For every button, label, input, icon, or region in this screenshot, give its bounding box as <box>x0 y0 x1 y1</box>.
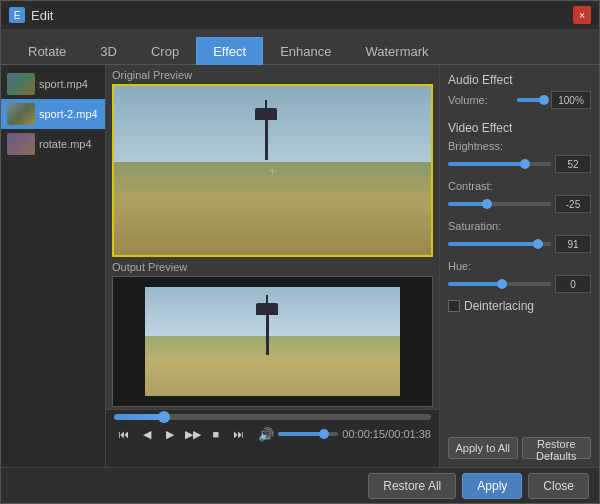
time-total: 00:01:38 <box>388 428 431 440</box>
time-display: 00:00:15/00:01:38 <box>342 428 431 440</box>
contrast-row <box>448 195 591 213</box>
saturation-thumb[interactable] <box>533 239 543 249</box>
brightness-thumb[interactable] <box>520 159 530 169</box>
contrast-value-input[interactable] <box>555 195 591 213</box>
volume-slider[interactable] <box>278 432 338 436</box>
tab-watermark[interactable]: Watermark <box>348 37 445 65</box>
contrast-fill <box>448 202 484 206</box>
skip-end-button[interactable]: ⏭ <box>229 424 248 444</box>
original-video-frame: + <box>114 86 431 255</box>
audio-effect-title: Audio Effect <box>448 73 591 87</box>
restore-all-button[interactable]: Restore All <box>368 473 456 499</box>
apply-button[interactable]: Apply <box>462 473 522 499</box>
file-thumb-sport2 <box>7 103 35 125</box>
volume-icon: 🔊 <box>258 427 274 442</box>
tower-base <box>265 120 268 160</box>
close-button[interactable]: Close <box>528 473 589 499</box>
file-item-rotate[interactable]: rotate.mp4 <box>1 129 105 159</box>
volume-slider-thumb[interactable] <box>539 95 549 105</box>
seek-bar-container <box>114 414 431 420</box>
seek-bar[interactable] <box>114 414 431 420</box>
hue-row <box>448 275 591 293</box>
apply-to-all-button[interactable]: Apply to All <box>448 437 518 459</box>
main-content: sport.mp4 sport-2.mp4 rotate.mp4 Origina… <box>1 65 599 467</box>
out-tower <box>256 295 278 355</box>
volume-label: Volume: <box>448 94 513 106</box>
restore-defaults-button[interactable]: Restore Defaults <box>522 437 592 459</box>
edit-window: E Edit × Rotate 3D Crop Effect Enhance W… <box>0 0 600 504</box>
output-preview-box <box>112 276 433 407</box>
volume-thumb[interactable] <box>319 429 329 439</box>
brightness-label-row: Brightness: <box>448 139 591 153</box>
app-icon: E <box>9 7 25 23</box>
seek-thumb[interactable] <box>158 411 170 423</box>
hue-label-row: Hue: <box>448 259 591 273</box>
file-name-sport2: sport-2.mp4 <box>39 108 98 120</box>
volume-track[interactable] <box>517 98 547 102</box>
deinterlacing-label: Deinterlacing <box>464 299 534 313</box>
hue-fill <box>448 282 500 286</box>
file-name-sport: sport.mp4 <box>39 78 88 90</box>
tower-platform <box>255 108 277 120</box>
hue-track[interactable] <box>448 282 551 286</box>
contrast-thumb[interactable] <box>482 199 492 209</box>
tab-rotate[interactable]: Rotate <box>11 37 83 65</box>
original-preview-box: + <box>112 84 433 257</box>
file-item-sport[interactable]: sport.mp4 <box>1 69 105 99</box>
seek-fill <box>114 414 162 420</box>
file-thumb-rotate <box>7 133 35 155</box>
stop-button[interactable]: ■ <box>206 424 225 444</box>
bottom-buttons: Restore All Apply Close <box>1 467 599 503</box>
tab-enhance[interactable]: Enhance <box>263 37 348 65</box>
title-bar-left: E Edit <box>9 7 53 23</box>
deinterlacing-checkbox[interactable] <box>448 300 460 312</box>
fast-forward-button[interactable]: ▶▶ <box>183 424 202 444</box>
file-item-sport2[interactable]: sport-2.mp4 <box>1 99 105 129</box>
original-preview-label: Original Preview <box>112 69 433 81</box>
file-thumb-sport <box>7 73 35 95</box>
skip-start-button[interactable]: ⏮ <box>114 424 133 444</box>
saturation-value-input[interactable] <box>555 235 591 253</box>
time-current: 00:00:15 <box>342 428 385 440</box>
brightness-row <box>448 155 591 173</box>
volume-slider-container: 🔊 <box>258 427 338 442</box>
brightness-value-input[interactable] <box>555 155 591 173</box>
contrast-label: Contrast: <box>448 180 493 192</box>
hue-label: Hue: <box>448 260 471 272</box>
play-button[interactable]: ▶ <box>160 424 179 444</box>
output-preview-section: Output Preview <box>106 259 439 409</box>
saturation-fill <box>448 242 536 246</box>
tab-crop[interactable]: Crop <box>134 37 196 65</box>
center-panel: Original Preview + Ou <box>106 65 439 467</box>
hue-thumb[interactable] <box>497 279 507 289</box>
file-name-rotate: rotate.mp4 <box>39 138 92 150</box>
brightness-track[interactable] <box>448 162 551 166</box>
right-panel: Audio Effect Volume: Video Effect Bright… <box>439 65 599 467</box>
audio-effect-section: Audio Effect Volume: <box>448 73 591 115</box>
deinterlacing-row: Deinterlacing <box>448 299 591 313</box>
playback-row: ⏮ ◀ ▶ ▶▶ ■ ⏭ 🔊 00:00:15/00:01:38 <box>114 424 431 444</box>
out-tower-platform <box>256 303 278 315</box>
window-title: Edit <box>31 8 53 23</box>
out-tower-base <box>266 315 269 355</box>
volume-value-input[interactable] <box>551 91 591 109</box>
apply-restore-row: Apply to All Restore Defaults <box>448 437 591 459</box>
hue-value-input[interactable] <box>555 275 591 293</box>
video-effect-title: Video Effect <box>448 121 591 135</box>
contrast-track[interactable] <box>448 202 551 206</box>
output-video-frame <box>145 287 400 397</box>
saturation-label-row: Saturation: <box>448 219 591 233</box>
volume-row: Volume: <box>448 91 591 109</box>
crosshair-icon: + <box>268 162 277 180</box>
tab-effect[interactable]: Effect <box>196 37 263 65</box>
out-tower-antenna <box>266 295 268 303</box>
window-close-button[interactable]: × <box>573 6 591 24</box>
saturation-track[interactable] <box>448 242 551 246</box>
tab-3d[interactable]: 3D <box>83 37 134 65</box>
file-list: sport.mp4 sport-2.mp4 rotate.mp4 <box>1 65 106 467</box>
brightness-fill <box>448 162 522 166</box>
tabs-bar: Rotate 3D Crop Effect Enhance Watermark <box>1 29 599 65</box>
playback-controls: ⏮ ◀ ▶ ▶▶ ■ ⏭ 🔊 00:00:15/00:01:38 <box>106 409 439 467</box>
prev-frame-button[interactable]: ◀ <box>137 424 156 444</box>
tower <box>255 100 277 160</box>
